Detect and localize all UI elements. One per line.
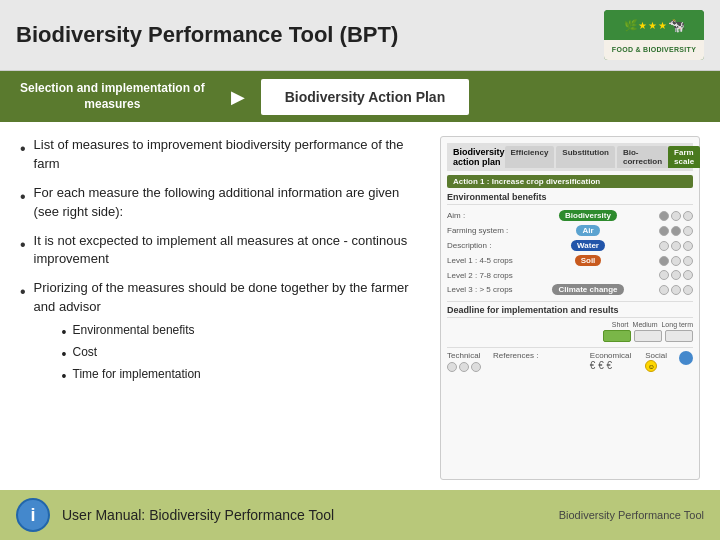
bpt-row-label: Farming system :: [447, 226, 517, 235]
list-item: • Priorizing of the measures should be d…: [20, 279, 420, 387]
bpt-panel-title: Biodiversity action plan: [453, 147, 505, 167]
deadline-label-medium: Medium: [633, 321, 658, 328]
bpt-row-aim: Aim : Biodiversity: [447, 208, 693, 223]
bpt-economical: Economical € € €: [590, 351, 631, 371]
list-item: • Time for implementation: [62, 365, 420, 387]
sub-bullet-icon: •: [62, 366, 67, 387]
bpt-deadline-section: Deadline for implementation and results …: [447, 301, 693, 342]
nav-highlight-label[interactable]: Biodiversity Action Plan: [261, 79, 470, 115]
footer-link[interactable]: User Manual: Biodiversity Performance To…: [62, 507, 334, 523]
bullet-text-1: List of measures to improvement biodiver…: [34, 136, 420, 174]
bpt-circle: [683, 256, 693, 266]
bpt-circles: [659, 211, 693, 221]
bpt-row-level1: Level 1 : 4-5 crops Soil: [447, 253, 693, 268]
sub-bullet-list: • Environmental benefits • Cost • Time f…: [62, 321, 420, 387]
bpt-blue-circle: [679, 351, 693, 367]
bpt-circle: [659, 285, 669, 295]
bpt-technical-label: Technical: [447, 351, 481, 360]
bpt-benefit-soil: Soil: [575, 255, 602, 266]
nav-bar: Selection and implementation of measures…: [0, 71, 720, 122]
sub-bullet-text-1: Environmental benefits: [73, 321, 195, 339]
sub-bullet-text-3: Time for implementation: [73, 365, 201, 383]
bpt-deadline-row: [447, 330, 693, 342]
bpt-circles: [659, 241, 693, 251]
bpt-circle: [659, 256, 669, 266]
bullet-icon: •: [20, 280, 26, 303]
bullet-icon: •: [20, 137, 26, 160]
logo-label: FOOD & BIODIVERSITY: [612, 45, 696, 54]
bpt-row-description: Description : Water: [447, 238, 693, 253]
bpt-circle: [683, 270, 693, 280]
info-icon-text: i: [30, 505, 35, 526]
bpt-row-farming: Farming system : Air: [447, 223, 693, 238]
bpt-references-label: References :: [493, 351, 538, 360]
bpt-cost-symbols: € € €: [590, 360, 631, 371]
bpt-row-level3: Level 3 : > 5 crops Climate change: [447, 282, 693, 297]
bpt-circle: [671, 226, 681, 236]
logo-top: 🌿 ★★★ 🐄: [604, 10, 704, 40]
bpt-tab-substitution[interactable]: Substitution: [556, 146, 615, 168]
bpt-tab-efficiency[interactable]: Efficiency: [505, 146, 555, 168]
list-item: • It is not excpected to implement all m…: [20, 232, 420, 270]
bpt-box-long: [665, 330, 693, 342]
bpt-technical: Technical: [447, 351, 481, 372]
bpt-circles: [659, 285, 693, 295]
nav-arrow: ▶: [225, 86, 251, 108]
bpt-deadline-labels: Short Medium Long term: [447, 321, 693, 328]
bullet-icon: •: [20, 233, 26, 256]
bpt-circles: [659, 226, 693, 236]
logo-bottom: FOOD & BIODIVERSITY: [604, 40, 704, 60]
bpt-circle: [659, 226, 669, 236]
bullet-icon: •: [20, 185, 26, 208]
bpt-row-level2: Level 2 : 7-8 crops: [447, 268, 693, 282]
bpt-action-label: Action 1 : Increase crop diversification: [447, 175, 693, 188]
bpt-panel-header: Biodiversity action plan Efficiency Subs…: [447, 143, 693, 171]
bpt-row-label: Aim :: [447, 211, 517, 220]
bpt-benefit-bio: Biodiversity: [559, 210, 617, 221]
list-item: • For each measure the following additio…: [20, 184, 420, 222]
info-icon: i: [16, 498, 50, 532]
page-title: Biodiversity Performance Tool (BPT): [16, 22, 398, 48]
bpt-box-medium: [634, 330, 662, 342]
sub-bullet-icon: •: [62, 344, 67, 365]
sub-bullet-text-2: Cost: [73, 343, 98, 361]
bpt-circles: [659, 256, 693, 266]
bpt-circle: [471, 362, 481, 372]
bpt-circle: [671, 256, 681, 266]
logo-plant-icon: 🌿: [624, 19, 638, 32]
left-column: • List of measures to improvement biodiv…: [20, 136, 420, 480]
bpt-circle: [671, 241, 681, 251]
bpt-circle: [659, 211, 669, 221]
bpt-row-label: Level 3 : > 5 crops: [447, 285, 517, 294]
bpt-tab-biocorrection[interactable]: Bio-correction: [617, 146, 668, 168]
bpt-circle: [459, 362, 469, 372]
bpt-info-circle: [679, 351, 693, 365]
bpt-technical-circles: [447, 362, 481, 372]
deadline-label-short: Short: [612, 321, 629, 328]
deadline-label-longterm: Long term: [661, 321, 693, 328]
bpt-row-label: Description :: [447, 241, 517, 250]
bpt-social: Social ☺: [645, 351, 667, 372]
bpt-deadline-title: Deadline for implementation and results: [447, 305, 693, 318]
bpt-circle: [683, 226, 693, 236]
bpt-benefit-climate: Climate change: [552, 284, 623, 295]
bpt-circles: [659, 270, 693, 280]
bullet-list: • List of measures to improvement biodiv…: [20, 136, 420, 387]
nav-item-selection[interactable]: Selection and implementation of measures: [0, 71, 225, 122]
bullet-text-2: For each measure the following additiona…: [34, 184, 420, 222]
main-content: • List of measures to improvement biodiv…: [0, 122, 720, 490]
bpt-box-short: [603, 330, 631, 342]
bpt-benefit-air: Air: [576, 225, 599, 236]
bpt-panel: Biodiversity action plan Efficiency Subs…: [440, 136, 700, 480]
bpt-bottom: Technical References : Economical € € € …: [447, 347, 693, 372]
bpt-tab-farmscale[interactable]: Farm scale: [668, 146, 700, 168]
bpt-smiley-icon: ☺: [645, 360, 657, 372]
bpt-row-label: Level 2 : 7-8 crops: [447, 271, 517, 280]
bpt-circle: [659, 241, 669, 251]
list-item: • List of measures to improvement biodiv…: [20, 136, 420, 174]
bpt-economical-label: Economical: [590, 351, 631, 360]
bullet-text-4: Priorizing of the measures should be don…: [34, 280, 409, 314]
footer: i User Manual: Biodiversity Performance …: [0, 490, 720, 540]
bpt-circle: [671, 270, 681, 280]
list-item: • Cost: [62, 343, 420, 365]
